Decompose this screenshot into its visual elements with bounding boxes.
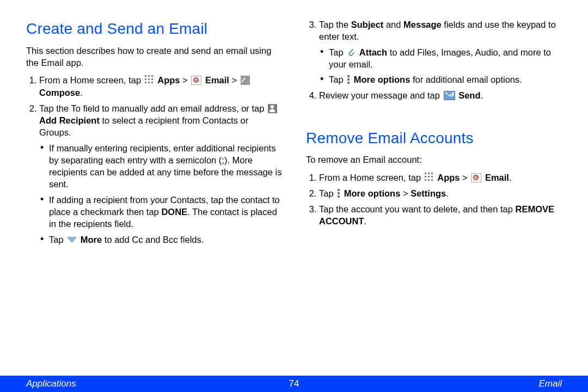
text: . (480, 90, 483, 100)
step-3-bullets: Tap Attach to add Files, Images, Audio, … (319, 46, 562, 86)
intro-remove: To remove an Email account: (306, 154, 562, 166)
done-label: DONE (161, 207, 187, 217)
text: From a Home screen, tap (319, 173, 424, 182)
settings-label: Settings (411, 188, 446, 198)
heading-remove-accounts: Remove Email Accounts (306, 128, 562, 149)
step-1: From a Home screen, tap Apps > Email > C… (39, 74, 282, 99)
text: Tap (329, 75, 346, 84)
text: Tap (49, 235, 66, 244)
text: > (460, 173, 470, 182)
compose-icon (241, 76, 250, 85)
steps-create-send-cont: Tap the Subject and Message fields and u… (306, 19, 562, 102)
svg-marker-0 (68, 237, 76, 242)
email-label: Email (205, 75, 229, 85)
more-options-label: More options (354, 75, 411, 84)
step-3: Tap the Subject and Message fields and u… (319, 19, 562, 85)
compose-label: Compose (39, 88, 80, 97)
add-recipient-label: Add Recipient (39, 115, 100, 125)
bullet-more-options: Tap More options for additional email op… (329, 74, 562, 85)
text: Tap the account you want to delete, and … (319, 204, 516, 214)
message-label: Message (403, 20, 442, 29)
steps-remove: From a Home screen, tap Apps > Email. Ta… (306, 171, 562, 228)
text: Tap (319, 188, 336, 198)
footer-right: Email (538, 378, 562, 390)
apps-label: Apps (437, 173, 460, 182)
footer-left: Applications (26, 378, 76, 390)
text: . (80, 88, 83, 97)
text: > (400, 188, 411, 198)
email-label: Email (485, 173, 509, 182)
step-2-bullets: If manually entering recipients, enter a… (39, 142, 282, 246)
attach-label: Attach (359, 47, 387, 57)
text: > (180, 75, 191, 85)
bullet-attach: Tap Attach to add Files, Images, Audio, … (329, 46, 562, 71)
apps-grid-icon (425, 173, 434, 182)
text: Tap the (319, 20, 351, 29)
text: > (229, 75, 240, 85)
text: to add Cc and Bcc fields. (105, 235, 204, 244)
apps-label: Apps (157, 75, 180, 85)
more-options-label: More options (344, 188, 401, 198)
text: and (383, 20, 403, 29)
subject-label: Subject (351, 20, 384, 29)
more-options-icon (347, 75, 350, 84)
steps-create-send: From a Home screen, tap Apps > Email > C… (26, 74, 282, 245)
bullet-contacts: If adding a recipient from your Contacts… (49, 194, 282, 230)
text: Tap (329, 47, 346, 57)
step-2: Tap the To field to manually add an emai… (39, 102, 282, 246)
send-icon (444, 91, 455, 100)
page-body: Create and Send an Email This section de… (0, 0, 588, 249)
add-recipient-icon (268, 104, 277, 113)
text: Review your message and tap (319, 90, 443, 100)
text: Tap the To field to manually add an emai… (39, 103, 267, 113)
right-column: Tap the Subject and Message fields and u… (306, 19, 562, 249)
page-footer: Applications 74 Email (0, 376, 588, 392)
remove-step-1: From a Home screen, tap Apps > Email. (319, 171, 562, 183)
more-options-icon (337, 189, 340, 198)
remove-step-2: Tap More options > Settings. (319, 187, 562, 199)
heading-create-send: Create and Send an Email (26, 19, 282, 39)
more-label: More (81, 235, 102, 244)
apps-grid-icon (145, 75, 154, 84)
email-app-icon (471, 173, 481, 182)
bullet-more: Tap More to add Cc and Bcc fields. (49, 234, 282, 246)
text: . (446, 188, 449, 198)
attach-icon (347, 47, 356, 57)
step-4: Review your message and tap Send. (319, 89, 562, 101)
page-number: 74 (289, 378, 299, 390)
left-column: Create and Send an Email This section de… (26, 19, 282, 249)
remove-step-3: Tap the account you want to delete, and … (319, 203, 562, 228)
text: . (364, 216, 367, 226)
text: . (509, 173, 512, 182)
text: for additional email options. (413, 75, 522, 84)
intro-create-send: This section describes how to create and… (26, 45, 282, 69)
email-app-icon (191, 76, 201, 85)
text: From a Home screen, tap (39, 75, 144, 85)
bullet-manual-entry: If manually entering recipients, enter a… (49, 142, 282, 191)
expand-more-icon (67, 236, 77, 243)
send-label: Send (458, 90, 480, 100)
